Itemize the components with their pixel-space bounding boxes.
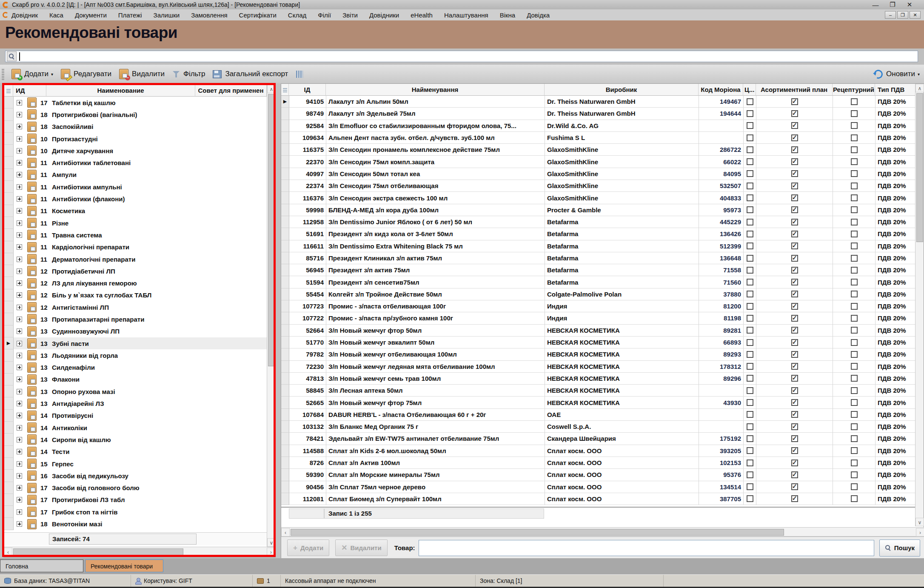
product-row[interactable]: 114588Сплат з/п Kids 2-6 мол.шоколад 50м… xyxy=(281,445,916,457)
checkbox[interactable] xyxy=(791,98,798,105)
expand-icon[interactable] xyxy=(17,232,22,238)
column-header-advice[interactable]: Совет для применен xyxy=(195,85,267,97)
checkbox[interactable] xyxy=(747,375,753,382)
expand-icon[interactable] xyxy=(17,389,22,394)
scrollbar-thumb[interactable] xyxy=(916,93,923,242)
checkbox[interactable] xyxy=(747,303,753,310)
tree-row[interactable]: 18Заспокійливі xyxy=(4,121,267,133)
mdi-minimize-button[interactable]: – xyxy=(885,11,896,19)
expand-icon[interactable] xyxy=(17,136,22,142)
expand-icon[interactable] xyxy=(17,172,22,177)
checkbox[interactable] xyxy=(851,483,858,490)
mdi-restore-button[interactable]: ❐ xyxy=(897,11,908,19)
product-row[interactable]: 103132З/п Бланкс Мед Органик 75 гCoswell… xyxy=(281,421,916,433)
product-row[interactable]: 107723Промис - з/паста отбеливающая 100г… xyxy=(281,300,916,312)
checkbox[interactable] xyxy=(851,183,858,189)
tree-row[interactable]: 18Протигрибкові (вагінальні) xyxy=(4,108,267,120)
checkbox[interactable] xyxy=(791,219,798,225)
checkbox[interactable] xyxy=(747,435,753,442)
products-vertical-scrollbar[interactable]: ∧ ∨ xyxy=(915,84,924,526)
checkbox[interactable] xyxy=(851,339,858,346)
tree-row[interactable]: 13Антидіарейні ЛЗ xyxy=(4,397,267,409)
checkbox[interactable] xyxy=(791,206,798,213)
tree-row[interactable]: 13Флакони xyxy=(4,374,267,385)
product-row[interactable]: 59998БЛЕНД-А-МЕД з/п кора дуба 100млProc… xyxy=(281,204,916,216)
product-row[interactable]: 8726Сплат з/п Актив 100млСплат косм. ООО… xyxy=(281,457,916,469)
checkbox[interactable] xyxy=(747,206,753,213)
expand-icon[interactable] xyxy=(17,353,22,358)
checkbox[interactable] xyxy=(791,122,798,129)
checkbox[interactable] xyxy=(851,110,858,117)
expand-icon[interactable] xyxy=(17,497,22,502)
product-row[interactable]: 22370З/п Сенсодин 75мл компл.защитаGlaxo… xyxy=(281,156,916,168)
expand-icon[interactable] xyxy=(17,196,22,202)
tree-row[interactable]: 14Тести xyxy=(4,446,267,458)
expand-icon[interactable] xyxy=(17,401,22,406)
checkbox[interactable] xyxy=(851,279,858,285)
checkbox[interactable] xyxy=(791,495,798,502)
checkbox[interactable] xyxy=(791,435,798,442)
product-row[interactable]: 79782З/п Новый жемчуг отбеливающая 100мл… xyxy=(281,348,916,360)
scroll-right-arrow[interactable]: › xyxy=(916,528,924,537)
delete-button[interactable]: – Видалити xyxy=(115,67,168,81)
checkbox[interactable] xyxy=(851,291,858,297)
menu-item-9[interactable]: Звіти xyxy=(342,11,358,19)
expand-icon[interactable] xyxy=(17,341,22,346)
tree-row[interactable]: 14Противірусні xyxy=(4,410,267,422)
tab-recommended-products[interactable]: Рекомендовані товари xyxy=(85,559,163,572)
expand-icon[interactable] xyxy=(17,112,22,117)
tree-row[interactable]: 13Протипаразитарні препарати xyxy=(4,313,267,325)
checkbox[interactable] xyxy=(791,183,798,189)
expand-icon[interactable] xyxy=(17,449,22,454)
expand-icon[interactable] xyxy=(17,244,22,250)
expand-icon[interactable] xyxy=(17,317,22,322)
tree-row[interactable]: 11Кардіологічні препарати xyxy=(4,241,267,253)
expand-icon[interactable] xyxy=(17,328,22,334)
tree-row[interactable]: 12Антигістамінні ЛП xyxy=(4,301,267,313)
product-row[interactable]: 112081Сплат Биомед з/п Супервайт 100млСп… xyxy=(281,493,916,505)
tree-row[interactable]: 13Судиннозвужуючі ЛП xyxy=(4,325,267,337)
expand-icon[interactable] xyxy=(17,305,22,310)
expand-icon[interactable] xyxy=(17,365,22,370)
checkbox[interactable] xyxy=(747,460,753,466)
checkbox[interactable] xyxy=(791,387,798,394)
product-row[interactable]: 52665З/п Новый жемчуг фтор 75млНЕВСКАЯ К… xyxy=(281,397,916,408)
checkbox[interactable] xyxy=(791,411,798,418)
checkbox[interactable] xyxy=(747,183,753,189)
checkbox[interactable] xyxy=(791,351,798,358)
checkbox[interactable] xyxy=(791,447,798,454)
search-icon[interactable] xyxy=(7,51,17,61)
product-row[interactable]: 58845З/п Лесная аптека 50млНЕВСКАЯ КОСМЕ… xyxy=(281,385,916,397)
column-header-rx[interactable]: Рецептурний xyxy=(833,84,875,96)
checkbox[interactable] xyxy=(791,146,798,153)
checkbox[interactable] xyxy=(747,351,753,358)
checkbox[interactable] xyxy=(747,110,753,117)
expand-icon[interactable] xyxy=(17,377,22,382)
scroll-left-arrow[interactable]: ‹ xyxy=(4,548,12,556)
expand-icon[interactable] xyxy=(17,437,22,442)
product-row[interactable]: 109634Альпен Дент паста зубн. отбел. д/ч… xyxy=(281,132,916,144)
column-header-name[interactable]: Наименование xyxy=(46,85,195,97)
menu-item-0[interactable]: Довідник xyxy=(11,11,38,19)
menu-item-11[interactable]: eHealth xyxy=(411,11,433,19)
checkbox[interactable] xyxy=(791,279,798,285)
product-row[interactable]: 90456З/п Сплат 75мл черное деревоСплат к… xyxy=(281,481,916,493)
checkbox[interactable] xyxy=(851,447,858,454)
menu-item-1[interactable]: Каса xyxy=(49,11,63,19)
checkbox[interactable] xyxy=(851,303,858,310)
checkbox[interactable] xyxy=(851,255,858,262)
column-chooser-icon[interactable] xyxy=(296,71,303,78)
tree-row[interactable]: 13Льодяники від горла xyxy=(4,349,267,361)
tree-row[interactable]: 11Різне xyxy=(4,217,267,229)
checkbox[interactable] xyxy=(791,291,798,297)
product-row[interactable]: 92584З/п Emofluor со стабилизированным ф… xyxy=(281,120,916,132)
checkbox[interactable] xyxy=(747,231,753,237)
tree-row[interactable]: 11Ампули xyxy=(4,169,267,181)
product-row[interactable]: 107684DABUR HERB'L - з/паста Отбеливающа… xyxy=(281,409,916,421)
checkbox[interactable] xyxy=(747,122,753,129)
tree-row[interactable]: 11Антибіотики таблетовані xyxy=(4,157,267,168)
menu-item-3[interactable]: Платежі xyxy=(118,11,142,19)
column-header-id[interactable]: ІД xyxy=(289,84,326,96)
expand-icon[interactable] xyxy=(17,100,22,106)
tree-row[interactable]: 17Таблетки від кашлю xyxy=(4,97,267,108)
